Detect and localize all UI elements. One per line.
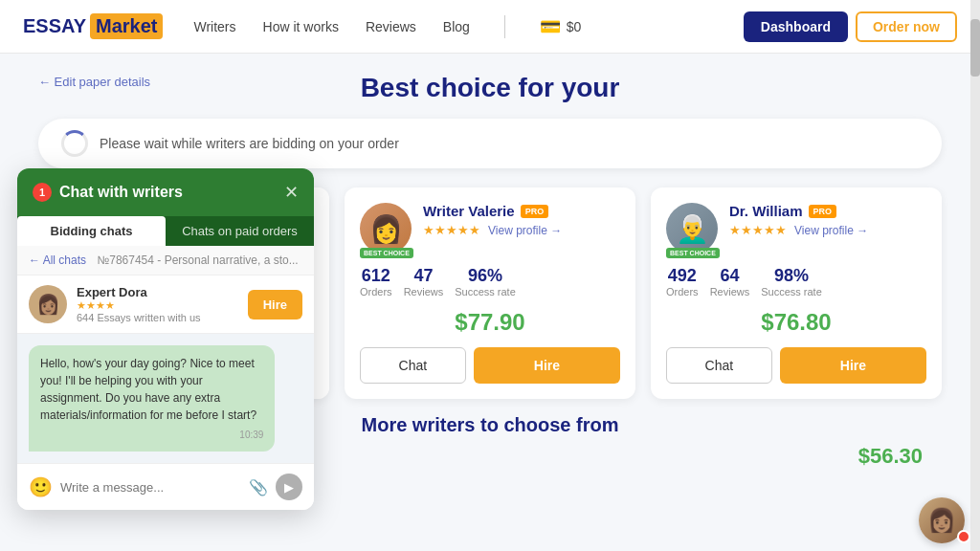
wallet-amount: $0 xyxy=(567,19,582,34)
william-name: Dr. William xyxy=(729,203,803,219)
valerie-success: 96% Success rate xyxy=(455,266,516,298)
logo: ESSAY Market xyxy=(23,13,163,39)
chat-input-row: 🙂 📎 ▶ xyxy=(17,463,314,510)
valerie-reviews: 47 Reviews xyxy=(404,266,444,298)
attach-icon[interactable]: 📎 xyxy=(249,478,268,496)
valerie-reviews-value: 47 xyxy=(404,266,444,286)
chat-order-ref: №7867454 - Personal narrative, a sto... xyxy=(97,253,298,267)
william-stars-row: ★★★★★ View profile → xyxy=(729,223,926,237)
valerie-stats: 612 Orders 47 Reviews 96% Success rate xyxy=(360,266,620,298)
writer-card-william-header: 👨‍🦳 BEST CHOICE Dr. William PRO ★★★★★ Vi… xyxy=(666,203,926,254)
loading-bar: Please wait while writers are bidding on… xyxy=(38,119,942,168)
william-chat-button[interactable]: Chat xyxy=(666,347,772,384)
william-hire-button[interactable]: Hire xyxy=(780,347,926,384)
nav-reviews[interactable]: Reviews xyxy=(366,19,416,34)
william-orders-value: 492 xyxy=(666,266,699,286)
william-actions: Chat Hire xyxy=(666,347,926,384)
valerie-info: Writer Valerie PRO ★★★★★ View profile → xyxy=(423,203,620,237)
william-reviews-label: Reviews xyxy=(710,286,750,298)
chat-hire-button[interactable]: Hire xyxy=(248,290,302,320)
writer-card-valerie-header: 👩 BEST CHOICE Writer Valerie PRO ★★★★★ V… xyxy=(360,203,620,254)
william-success-label: Success rate xyxy=(761,286,822,298)
william-stats: 492 Orders 64 Reviews 98% Success rate xyxy=(666,266,926,298)
valerie-name: Writer Valerie xyxy=(423,203,515,219)
valerie-best-choice-badge: BEST CHOICE xyxy=(360,248,413,258)
chat-dora-essays: 644 Essays written with us xyxy=(77,312,238,323)
chat-badge: 1 xyxy=(33,183,52,202)
valerie-actions: Chat Hire xyxy=(360,347,620,384)
chat-message-time: 10:39 xyxy=(40,428,263,442)
william-reviews: 64 Reviews xyxy=(710,266,750,298)
william-stars: ★★★★★ xyxy=(729,223,787,237)
valerie-chat-button[interactable]: Chat xyxy=(360,347,466,384)
chat-message-text: Hello, how's your day going? Nice to mee… xyxy=(40,357,256,422)
chat-dora-avatar-emoji: 👩🏽 xyxy=(36,293,60,316)
william-reviews-value: 64 xyxy=(710,266,750,286)
bottom-avatar-notification-badge xyxy=(957,530,970,543)
emoji-icon[interactable]: 🙂 xyxy=(29,475,53,498)
chat-input[interactable] xyxy=(60,480,241,495)
william-success-value: 98% xyxy=(761,266,822,286)
tab-bidding-chats[interactable]: Bidding chats xyxy=(17,216,166,246)
chat-back-label: ← All chats xyxy=(29,253,86,267)
william-name-row: Dr. William PRO xyxy=(729,203,926,219)
nav-writers[interactable]: Writers xyxy=(193,19,235,34)
chat-close-icon[interactable]: ✕ xyxy=(284,182,299,203)
valerie-orders-value: 612 xyxy=(360,266,392,286)
valerie-orders-label: Orders xyxy=(360,286,392,298)
valerie-reviews-label: Reviews xyxy=(404,286,444,298)
chat-dora-avatar: 👩🏽 xyxy=(29,285,67,323)
william-success: 98% Success rate xyxy=(761,266,822,298)
william-avatar-wrapper: 👨‍🦳 BEST CHOICE xyxy=(666,203,718,254)
loading-text: Please wait while writers are bidding on… xyxy=(100,136,399,151)
valerie-hire-button[interactable]: Hire xyxy=(474,347,620,384)
william-orders: 492 Orders xyxy=(666,266,699,298)
valerie-price: $77.90 xyxy=(360,309,620,336)
bottom-avatar-emoji: 👩🏽 xyxy=(927,507,956,534)
wallet-icon: 💳 xyxy=(540,16,561,37)
page-title: Best choice for your xyxy=(38,73,942,103)
william-avatar: 👨‍🦳 xyxy=(666,203,718,254)
chat-message-bubble: Hello, how's your day going? Nice to mee… xyxy=(29,345,275,452)
send-icon[interactable]: ▶ xyxy=(276,474,302,500)
chat-panel-header: 1 Chat with writers ✕ xyxy=(17,168,314,216)
scrollbar-thumb[interactable] xyxy=(970,19,980,77)
chat-dora-name: Expert Dora xyxy=(77,285,238,299)
valerie-name-row: Writer Valerie PRO xyxy=(423,203,620,219)
chat-back-row[interactable]: ← All chats №7867454 - Personal narrativ… xyxy=(17,246,314,276)
william-best-choice-badge: BEST CHOICE xyxy=(666,248,720,258)
logo-essay: ESSAY xyxy=(23,15,86,37)
william-orders-label: Orders xyxy=(666,286,699,298)
nav-how-it-works[interactable]: How it works xyxy=(263,19,339,34)
loading-spinner xyxy=(61,130,88,157)
valerie-view-profile[interactable]: View profile → xyxy=(488,224,562,237)
william-avatar-emoji: 👨‍🦳 xyxy=(676,213,709,245)
tab-paid-orders[interactable]: Chats on paid orders xyxy=(166,216,314,246)
william-price: $76.80 xyxy=(666,309,926,336)
chat-writer-row: 👩🏽 Expert Dora ★★★★ 644 Essays written w… xyxy=(17,276,314,334)
dashboard-button[interactable]: Dashboard xyxy=(744,11,848,42)
valerie-avatar-emoji: 👩 xyxy=(369,213,403,245)
william-pro-badge: PRO xyxy=(809,205,837,218)
chat-dora-stars: ★★★★ xyxy=(77,299,238,312)
chat-tabs: Bidding chats Chats on paid orders xyxy=(17,216,314,246)
writer-card-valerie: 👩 BEST CHOICE Writer Valerie PRO ★★★★★ V… xyxy=(345,187,635,399)
nav-blog[interactable]: Blog xyxy=(443,19,470,34)
chat-header-title: 1 Chat with writers xyxy=(33,183,183,202)
william-info: Dr. William PRO ★★★★★ View profile → xyxy=(729,203,926,237)
valerie-success-label: Success rate xyxy=(455,286,516,298)
valerie-stars-row: ★★★★★ View profile → xyxy=(423,223,620,237)
writer-card-william: 👨‍🦳 BEST CHOICE Dr. William PRO ★★★★★ Vi… xyxy=(651,187,942,399)
william-view-profile[interactable]: View profile → xyxy=(794,224,868,237)
back-link[interactable]: ← Edit paper details xyxy=(38,75,150,89)
scrollbar[interactable] xyxy=(970,0,980,551)
order-now-button[interactable]: Order now xyxy=(856,11,957,42)
chat-dora-info: Expert Dora ★★★★ 644 Essays written with… xyxy=(77,285,238,323)
logo-market: Market xyxy=(90,13,163,39)
wallet[interactable]: 💳 $0 xyxy=(540,16,582,37)
valerie-orders: 612 Orders xyxy=(360,266,392,298)
valerie-success-value: 96% xyxy=(455,266,516,286)
chat-title-text: Chat with writers xyxy=(59,184,183,201)
valerie-avatar-wrapper: 👩 BEST CHOICE xyxy=(360,203,412,254)
nav-divider xyxy=(504,15,505,38)
